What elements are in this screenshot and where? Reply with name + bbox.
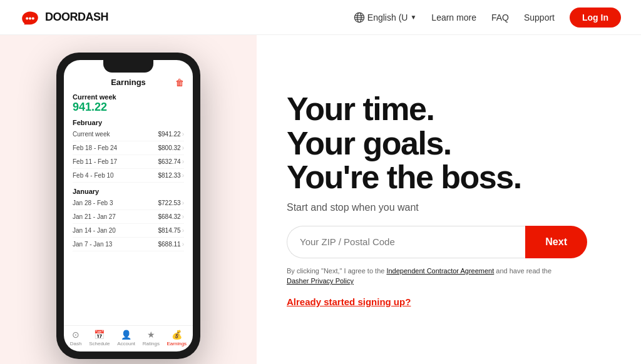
earning-period: Jan 14 - Jan 20 <box>73 227 116 234</box>
chevron-right-icon: › <box>182 200 184 206</box>
earning-amount: $812.33 › <box>158 172 185 179</box>
trash-icon[interactable]: 🗑 <box>175 78 184 88</box>
table-row[interactable]: Jan 14 - Jan 20 $814.75 › <box>73 224 184 238</box>
language-selector[interactable]: English (U ▼ <box>354 12 417 23</box>
headline-line1: Your time. <box>287 91 434 127</box>
logo: DOORDASH <box>20 9 108 26</box>
zip-input[interactable] <box>287 226 525 258</box>
hero-headline: Your time. Your goals. You're the boss. <box>287 92 611 195</box>
svg-point-0 <box>26 17 28 19</box>
next-button[interactable]: Next <box>525 226 587 258</box>
table-row[interactable]: Jan 21 - Jan 27 $684.32 › <box>73 210 184 224</box>
globe-icon <box>354 12 365 23</box>
dash-icon: ⊙ <box>72 330 79 340</box>
earning-period: Feb 11 - Feb 17 <box>73 158 117 165</box>
table-row[interactable]: Feb 11 - Feb 17 $632.74 › <box>73 155 184 169</box>
terms-mid: and have read the <box>494 267 551 275</box>
faq-link[interactable]: FAQ <box>491 13 509 23</box>
screen-content: Current week 941.22 February Current wee… <box>64 89 193 325</box>
header: DOORDASH English (U ▼ Learn more FAQ Sup… <box>0 0 641 35</box>
chevron-right-icon: › <box>182 172 184 179</box>
screen-title: Earnings <box>111 78 146 87</box>
earning-amount: $814.75 › <box>158 227 185 234</box>
nav-item-schedule[interactable]: 📅 Schedule <box>89 330 110 346</box>
chevron-right-icon: › <box>182 131 184 138</box>
doordash-logo-icon <box>20 9 40 26</box>
signup-form: Next <box>287 226 587 258</box>
february-label: February <box>73 119 184 126</box>
phone-mockup: Earnings 🗑 Current week 941.22 February … <box>56 53 200 359</box>
current-week-amount: 941.22 <box>73 101 184 114</box>
table-row[interactable]: Jan 28 - Feb 3 $722.53 › <box>73 196 184 210</box>
phone-screen: Earnings 🗑 Current week 941.22 February … <box>64 60 193 351</box>
privacy-policy-link[interactable]: Dasher Privacy Policy <box>287 277 354 285</box>
earning-amount: $632.74 › <box>158 158 185 165</box>
nav-item-dash[interactable]: ⊙ Dash <box>70 330 82 346</box>
table-row[interactable]: Current week $941.22 › <box>73 128 184 141</box>
nav-item-account[interactable]: 👤 Account <box>117 330 135 346</box>
terms-prefix: By clicking "Next," I agree to the <box>287 267 386 275</box>
earning-amount: $688.11 › <box>158 241 185 248</box>
nav-item-earnings[interactable]: 💰 Earnings <box>167 330 187 346</box>
svg-point-2 <box>32 17 34 19</box>
schedule-icon: 📅 <box>94 330 105 340</box>
earning-period: Jan 7 - Jan 13 <box>73 241 112 248</box>
earnings-icon: 💰 <box>172 330 182 340</box>
main-content: Earnings 🗑 Current week 941.22 February … <box>0 35 641 364</box>
ratings-icon: ★ <box>147 330 155 340</box>
contractor-agreement-link[interactable]: Independent Contractor Agreement <box>386 267 494 275</box>
learn-more-link[interactable]: Learn more <box>431 13 476 23</box>
headline-line3: You're the boss. <box>287 159 521 195</box>
login-button[interactable]: Log In <box>570 8 621 28</box>
earning-period: Feb 18 - Feb 24 <box>73 144 117 151</box>
chevron-down-icon: ▼ <box>410 14 416 21</box>
earning-period: Current week <box>73 131 110 138</box>
terms-text: By clicking "Next," I agree to the Indep… <box>287 266 575 286</box>
earning-period: Feb 4 - Feb 10 <box>73 172 114 179</box>
hero-subtext: Start and stop when you want <box>287 202 611 213</box>
earning-amount: $941.22 › <box>158 131 185 138</box>
screen-header: Earnings 🗑 <box>64 73 193 89</box>
already-started-link[interactable]: Already started signing up? <box>287 296 611 307</box>
phone-notch <box>103 60 153 73</box>
earning-period: Jan 28 - Feb 3 <box>73 200 113 206</box>
left-panel: Earnings 🗑 Current week 941.22 February … <box>0 35 257 364</box>
phone-bottom-nav: ⊙ Dash 📅 Schedule 👤 Account ★ Ratings <box>64 325 193 351</box>
earning-amount: $722.53 › <box>158 200 185 206</box>
svg-point-1 <box>29 17 31 19</box>
january-label: January <box>73 188 184 195</box>
current-week-label: Current week <box>73 93 184 101</box>
chevron-right-icon: › <box>182 227 184 234</box>
account-icon: 👤 <box>121 330 131 340</box>
nav-item-ratings[interactable]: ★ Ratings <box>143 330 160 346</box>
table-row[interactable]: Feb 4 - Feb 10 $812.33 › <box>73 169 184 183</box>
support-link[interactable]: Support <box>524 13 555 23</box>
logo-text: DOORDASH <box>45 11 108 24</box>
right-panel: Your time. Your goals. You're the boss. … <box>257 35 641 364</box>
chevron-right-icon: › <box>182 241 184 248</box>
lang-label: English (U <box>367 13 408 23</box>
chevron-right-icon: › <box>182 158 184 165</box>
chevron-right-icon: › <box>182 213 184 220</box>
headline-line2: Your goals. <box>287 125 451 161</box>
header-nav: English (U ▼ Learn more FAQ Support Log … <box>354 8 621 28</box>
table-row[interactable]: Jan 7 - Jan 13 $688.11 › <box>73 238 184 251</box>
table-row[interactable]: Feb 18 - Feb 24 $800.32 › <box>73 141 184 155</box>
chevron-right-icon: › <box>182 144 184 151</box>
earning-amount: $684.32 › <box>158 213 185 220</box>
earning-amount: $800.32 › <box>158 144 185 151</box>
earning-period: Jan 21 - Jan 27 <box>73 213 116 220</box>
